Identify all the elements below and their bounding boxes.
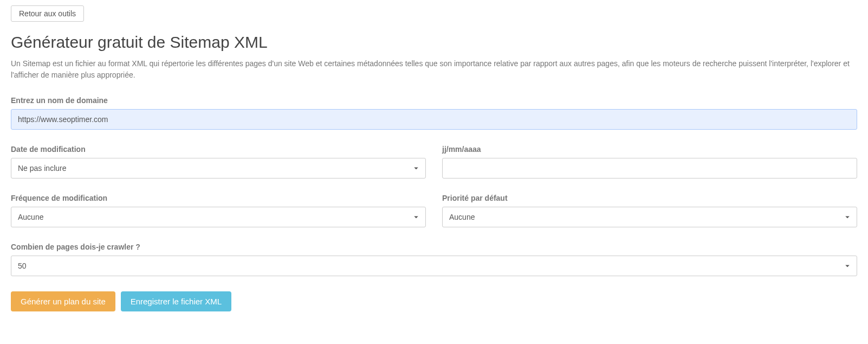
back-to-tools-button[interactable]: Retour aux outils [11, 5, 84, 22]
generate-sitemap-button[interactable]: Générer un plan du site [11, 291, 115, 311]
mod-date-label: Date de modification [11, 145, 426, 154]
priority-select[interactable]: Aucune [442, 207, 857, 227]
crawl-pages-select[interactable]: 50 [11, 256, 857, 276]
crawl-pages-label: Combien de pages dois-je crawler ? [11, 243, 857, 251]
domain-label: Entrez un nom de domaine [11, 96, 857, 105]
domain-input[interactable] [11, 109, 857, 130]
date-format-input[interactable] [442, 158, 857, 179]
priority-label: Priorité par défaut [442, 194, 857, 202]
page-title: Générateur gratuit de Sitemap XML [11, 31, 857, 53]
save-xml-button[interactable]: Enregistrer le fichier XML [121, 291, 231, 311]
change-freq-label: Fréquence de modification [11, 194, 426, 202]
change-freq-select[interactable]: Aucune [11, 207, 426, 227]
page-description: Un Sitemap est un fichier au format XML … [11, 58, 857, 81]
date-format-label: jj/mm/aaaa [442, 145, 857, 154]
mod-date-select[interactable]: Ne pas inclure [11, 158, 426, 179]
